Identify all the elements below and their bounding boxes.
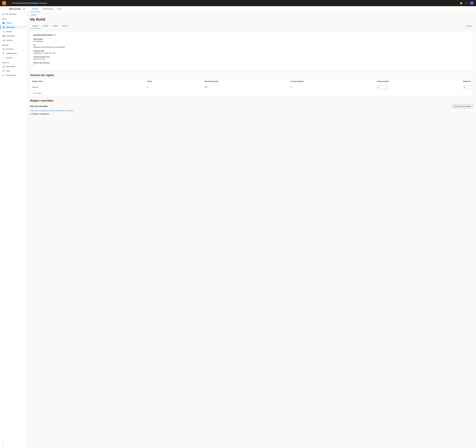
addons-icon: 📊: [2, 39, 5, 41]
user-avatar[interactable]: RA: [470, 1, 474, 5]
leaderboards-icon: 📋: [2, 52, 5, 54]
sidebar-app-title: MPS test title: [9, 8, 21, 10]
build-details-card: My Build build details ✎ Build status ↻ …: [30, 31, 473, 70]
east-us-override-title: East US overrides: [30, 105, 48, 108]
sub-tab-regions[interactable]: Regions: [30, 23, 41, 29]
breadcrumb-label: Builds: [31, 14, 36, 16]
dynamic-standby-status: Dynamic standby off: [30, 113, 473, 115]
sidebar-collapse-button[interactable]: «: [0, 442, 27, 448]
sidebar-section-build: BUILD: [0, 16, 27, 21]
dynamic-standby-indicator: [30, 113, 31, 115]
apps-grid-icon[interactable]: ⋮⋮⋮: [2, 8, 8, 10]
sidebar: ⋮⋮⋮ MPS test title ⚙ 📊 Title Overview BU…: [0, 6, 27, 448]
sidebar-item-label: Groups: [6, 30, 12, 32]
tab-bar: Servers Matchmaking Party: [27, 6, 476, 12]
top-nav-right: 🔔 ? RA: [460, 1, 474, 5]
maximum-input[interactable]: [463, 85, 473, 89]
dashboards-icon: 📊: [2, 65, 5, 68]
main-content: Servers Matchmaking Party ‹ Builds My Bu…: [27, 6, 476, 448]
sub-tab-details[interactable]: Details: [41, 23, 51, 29]
sidebar-section-analyze: ANALYZE: [0, 60, 27, 64]
target-standby-input[interactable]: [377, 85, 387, 89]
sub-tab-usage[interactable]: Usage: [51, 23, 60, 29]
vm-size-row: Virtual machine size Dasv4 (2 cores): [33, 56, 470, 60]
sidebar-item-label: Data: [6, 70, 10, 72]
sidebar-item-label: Economy: [6, 48, 13, 50]
col-maximum: Maximum: [463, 80, 471, 82]
tab-servers[interactable]: Servers: [30, 6, 40, 12]
data-icon: 🔗: [2, 70, 5, 72]
sub-tabs: Regions Details Usage Servers ? Help: [27, 23, 476, 29]
add-region-row[interactable]: + Add region: [30, 91, 473, 96]
sidebar-item-groups[interactable]: 🗂 Groups: [0, 29, 27, 34]
east-us-overrides: East US overrides Edit East US overrides…: [30, 104, 473, 115]
edit-east-us-overrides-button[interactable]: Edit East US overrides: [452, 104, 473, 108]
sidebar-item-players[interactable]: 👥 Players: [0, 21, 27, 25]
sidebar-item-automation[interactable]: 🤖 Automation: [0, 34, 27, 38]
app-logo: [2, 1, 6, 5]
region-overrides-title: Region overrides: [30, 99, 473, 102]
breadcrumb-arrow: ‹: [30, 14, 31, 16]
sidebar-item-addons[interactable]: 📊 Add-ons: [0, 38, 27, 42]
settings-icon[interactable]: ⚙: [23, 8, 25, 10]
vm-size-label: Virtual machine size: [33, 56, 470, 58]
sidebar-item-label: Experiments: [6, 74, 16, 76]
build-status-value: ↻ Deploying: [33, 40, 470, 42]
sub-tab-servers[interactable]: Servers: [60, 23, 70, 29]
economy-icon: 💰: [2, 48, 5, 50]
content-icon: 📄: [2, 57, 5, 59]
region-table: Region name Active Remaining quota Curre…: [30, 79, 473, 96]
tab-party[interactable]: Party: [55, 6, 64, 12]
creation-date-row: Creation date September 15, 2022 8:57 AM: [33, 50, 470, 54]
creation-date-label: Creation date: [33, 50, 470, 52]
sidebar-item-economy[interactable]: 💰 Economy: [0, 47, 27, 51]
servers-per-machine-label: Servers per machine: [33, 62, 470, 64]
col-remaining-quota: Remaining quota: [205, 80, 291, 82]
automation-icon: 🤖: [2, 35, 5, 37]
sidebar-item-label: Multiplayer: [6, 26, 15, 28]
help-circle-icon: ?: [466, 25, 468, 27]
vm-size-value: Dasv4 (2 cores): [33, 58, 470, 60]
help-label: Help: [468, 25, 472, 27]
sidebar-item-dashboards[interactable]: 📊 Dashboards: [0, 64, 27, 69]
tab-matchmaking[interactable]: Matchmaking: [40, 6, 55, 12]
deploying-spinner-icon: ↻: [33, 40, 35, 42]
sidebar-title-wrap: ⋮⋮⋮ MPS test title: [2, 8, 21, 10]
app-layout: ⋮⋮⋮ MPS test title ⚙ 📊 Title Overview BU…: [0, 6, 476, 448]
sidebar-item-label: Title Overview: [6, 13, 16, 15]
id-value: 635a1a97-6927-4b7d-857e-e7ac45f8a894: [33, 46, 470, 48]
col-region-name: Region name: [32, 80, 147, 82]
sidebar-item-experiments[interactable]: 🧪 Experiments: [0, 73, 27, 77]
creation-date-value: September 15, 2022 8:57 AM: [33, 52, 470, 54]
sidebar-item-label: Add-ons: [6, 39, 12, 41]
breadcrumb[interactable]: ‹ Builds: [27, 12, 476, 16]
sidebar-item-label: Players: [6, 22, 12, 24]
sidebar-item-multiplayer[interactable]: 🌐 Multiplayer: [0, 25, 27, 29]
notification-icon[interactable]: 🔔: [460, 2, 463, 5]
edit-build-details-icon[interactable]: ✎: [54, 34, 56, 36]
build-details-section: My Build build details ✎ Build status ↻ …: [27, 29, 476, 117]
sidebar-section-engage: ENGAGE: [0, 42, 27, 47]
col-current-standby: Current standby: [291, 80, 377, 82]
region-table-header: Region name Active Remaining quota Curre…: [30, 79, 473, 84]
sidebar-item-leaderboards[interactable]: 📋 Leaderboards: [0, 51, 27, 56]
table-row: East US 0 50 ⓘ 0: [30, 84, 473, 91]
sidebar-item-content[interactable]: 📄 Content: [0, 56, 27, 60]
id-label: ID: [33, 44, 470, 46]
add-region-label: + Add region: [32, 92, 42, 94]
col-active: Active: [147, 80, 205, 82]
sidebar-item-data[interactable]: 🔗 Data: [0, 69, 27, 73]
help-icon[interactable]: ?: [465, 1, 468, 5]
svg-point-1: [4, 2, 4, 3]
current-standby-cell: 0: [291, 86, 377, 88]
servers-by-region-title: Servers by region: [30, 74, 473, 77]
app-name: Thunderhead (PlayFab Multiplayer Servers…: [12, 2, 47, 4]
sidebar-item-title-overview[interactable]: 📊 Title Overview: [0, 12, 27, 16]
remaining-quota-cell: 50 ⓘ: [205, 86, 291, 88]
sidebar-item-label: Automation: [6, 35, 15, 37]
maximum-cell: 🗑: [463, 85, 471, 89]
build-status-label: Build status: [33, 38, 470, 40]
active-cell: 0: [147, 86, 205, 88]
help-link[interactable]: ? Help: [465, 23, 473, 29]
quota-info-icon[interactable]: ⓘ: [207, 86, 209, 88]
